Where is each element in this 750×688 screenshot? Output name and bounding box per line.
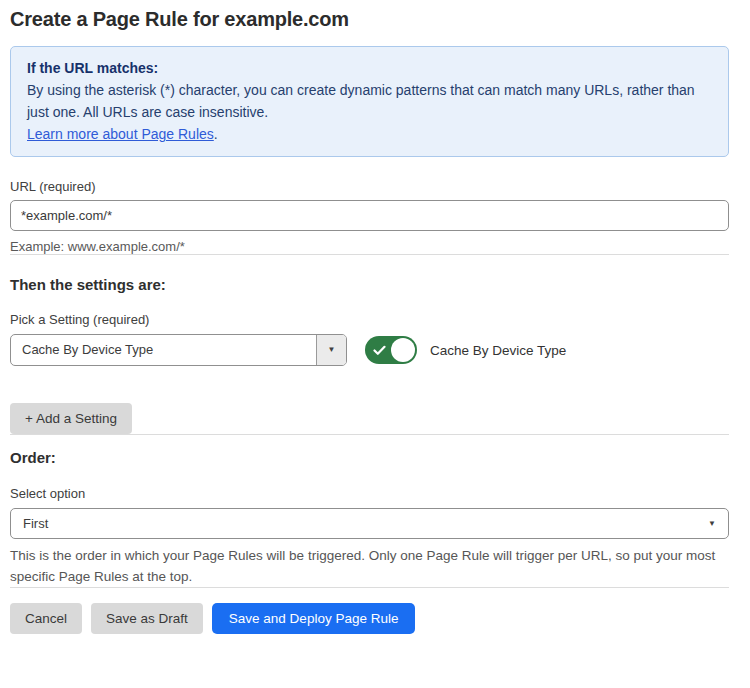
- settings-section-heading: Then the settings are:: [10, 276, 729, 293]
- divider: [10, 587, 729, 588]
- setting-select-arrow-button[interactable]: ▼: [316, 335, 346, 365]
- add-setting-button[interactable]: + Add a Setting: [10, 403, 132, 434]
- form-actions: Cancel Save as Draft Save and Deploy Pag…: [10, 603, 729, 634]
- url-input[interactable]: [10, 200, 729, 231]
- save-and-deploy-button[interactable]: Save and Deploy Page Rule: [212, 603, 416, 634]
- pick-setting-label: Pick a Setting (required): [10, 312, 729, 327]
- url-label: URL (required): [10, 179, 729, 194]
- setting-toggle[interactable]: [365, 336, 417, 364]
- setting-select[interactable]: Cache By Device Type ▼: [10, 334, 347, 366]
- order-select-value: First: [23, 516, 48, 531]
- link-period: .: [214, 126, 218, 142]
- setting-select-value: Cache By Device Type: [11, 335, 316, 365]
- url-match-info-box: If the URL matches: By using the asteris…: [10, 46, 729, 157]
- order-helper-text: This is the order in which your Page Rul…: [10, 545, 729, 587]
- page-rule-form: Create a Page Rule for example.com If th…: [0, 0, 750, 658]
- info-box-body: By using the asterisk (*) character, you…: [27, 79, 712, 123]
- select-option-label: Select option: [10, 486, 729, 501]
- info-box-text: By using the asterisk (*) character, you…: [27, 82, 695, 120]
- page-title: Create a Page Rule for example.com: [10, 8, 729, 31]
- order-section-heading: Order:: [10, 449, 729, 466]
- toggle-knob: [391, 338, 415, 362]
- cancel-button[interactable]: Cancel: [10, 603, 82, 634]
- divider: [10, 434, 729, 435]
- caret-down-icon: ▼: [708, 520, 716, 528]
- learn-more-link[interactable]: Learn more about Page Rules: [27, 126, 214, 142]
- check-icon: [373, 345, 386, 356]
- info-box-heading: If the URL matches:: [27, 57, 712, 79]
- toggle-label: Cache By Device Type: [430, 343, 566, 358]
- setting-row: Cache By Device Type ▼ Cache By Device T…: [10, 334, 729, 366]
- caret-down-icon: ▼: [328, 346, 336, 354]
- info-box-link-line: Learn more about Page Rules.: [27, 123, 712, 145]
- save-as-draft-button[interactable]: Save as Draft: [91, 603, 203, 634]
- url-example-helper: Example: www.example.com/*: [10, 239, 729, 254]
- order-select[interactable]: First ▼: [10, 508, 729, 539]
- divider: [10, 254, 729, 255]
